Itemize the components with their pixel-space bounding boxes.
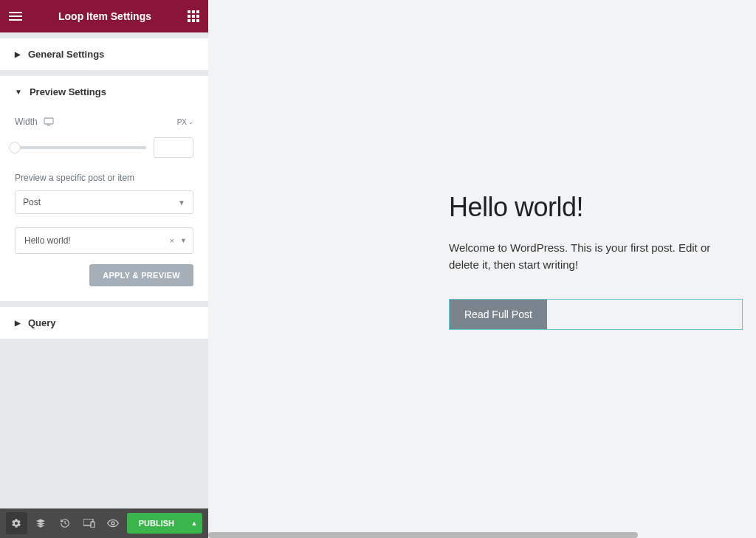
section-general: ▶ General Settings: [0, 38, 208, 70]
preview-canvas: Hello world! Welcome to WordPress. This …: [208, 0, 756, 538]
caret-right-icon: ▶: [15, 319, 21, 327]
svg-rect-3: [91, 522, 94, 528]
navigator-icon[interactable]: [30, 512, 52, 534]
caret-right-icon: ▶: [15, 50, 21, 58]
widgets-icon[interactable]: [188, 10, 199, 22]
read-full-post-button[interactable]: Read Full Post: [450, 300, 547, 329]
publish-options-button[interactable]: ▲: [186, 513, 202, 534]
publish-button[interactable]: PUBLISH: [127, 513, 186, 534]
slider-thumb[interactable]: [9, 142, 21, 154]
post-title: Hello world!: [449, 192, 743, 223]
svg-point-4: [111, 522, 114, 525]
history-icon[interactable]: [55, 512, 76, 534]
section-header-general[interactable]: ▶ General Settings: [0, 38, 208, 70]
caret-down-icon: ▼: [15, 88, 22, 96]
loop-item-preview: Hello world! Welcome to WordPress. This …: [449, 192, 743, 330]
preview-icon[interactable]: [103, 512, 124, 534]
specific-post-label: Preview a specific post or item: [15, 173, 193, 183]
settings-sidebar: Loop Item Settings ▶ General Settings ▼ …: [0, 0, 208, 538]
post-select[interactable]: Hello world! × ▼: [15, 227, 193, 254]
bottom-bar: PUBLISH ▲: [0, 508, 208, 538]
chevron-down-icon: ▼: [178, 199, 185, 207]
apply-preview-button[interactable]: APPLY & PREVIEW: [89, 264, 193, 286]
chevron-down-icon: ▼: [180, 237, 187, 244]
clear-icon[interactable]: ×: [170, 236, 174, 245]
post-type-value: Post: [23, 197, 41, 207]
width-label: Width: [15, 117, 38, 127]
unit-label: PX: [177, 118, 187, 126]
post-type-select[interactable]: Post ▼: [15, 190, 193, 214]
section-label: General Settings: [28, 49, 104, 60]
desktop-icon[interactable]: [44, 117, 54, 126]
selected-post-value: Hello world!: [21, 235, 74, 246]
responsive-icon[interactable]: [78, 512, 100, 534]
section-label: Query: [28, 317, 56, 328]
panel-body: ▶ General Settings ▼ Preview Settings Wi…: [0, 32, 208, 508]
width-slider[interactable]: [15, 146, 146, 149]
section-label: Preview Settings: [30, 86, 106, 97]
unit-selector[interactable]: PX ⌄: [177, 118, 193, 126]
button-widget-selected[interactable]: Read Full Post: [449, 299, 743, 330]
section-header-query[interactable]: ▶ Query: [0, 307, 208, 339]
settings-icon[interactable]: [6, 512, 27, 534]
horizontal-scrollbar[interactable]: [208, 532, 756, 538]
sidebar-title: Loop Item Settings: [22, 10, 188, 22]
svg-rect-1: [47, 125, 50, 126]
section-header-preview[interactable]: ▼ Preview Settings: [0, 76, 208, 108]
post-excerpt: Welcome to WordPress. This is your first…: [449, 239, 743, 274]
section-query: ▶ Query: [0, 307, 208, 339]
chevron-down-icon: ⌄: [188, 119, 193, 125]
svg-rect-0: [44, 118, 53, 124]
sidebar-header: Loop Item Settings: [0, 0, 208, 32]
width-input[interactable]: [154, 137, 193, 158]
section-preview: ▼ Preview Settings Width PX ⌄: [0, 76, 208, 301]
menu-icon[interactable]: [9, 7, 22, 25]
